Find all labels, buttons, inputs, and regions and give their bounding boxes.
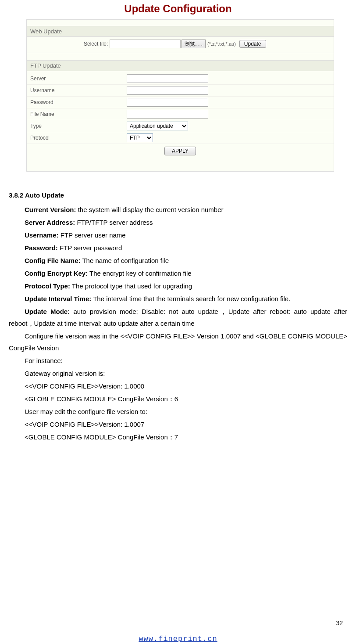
file-hint: (*.z,*.txt,*.au) xyxy=(207,41,236,47)
uit-text: The interval time that the terminals sea… xyxy=(91,295,290,302)
edit-header: User may edit the configure file version… xyxy=(9,406,347,417)
pw-text: FTP server password xyxy=(58,244,122,252)
footer-link[interactable]: www.fineprint.cn xyxy=(0,635,356,643)
username-input[interactable] xyxy=(127,86,208,95)
cek-label: Config Encrypt Key: xyxy=(25,270,88,277)
update-button[interactable]: Update xyxy=(239,40,266,48)
password-row: Password xyxy=(27,96,334,108)
username-row: Username xyxy=(27,84,334,96)
pt-label: Protocol Type: xyxy=(25,282,70,290)
section-heading: 3.8.2 Auto Update xyxy=(9,189,347,201)
sa-text: FTP/TFTP server address xyxy=(75,219,153,226)
server-row: Server xyxy=(27,73,334,84)
filename-label: File Name xyxy=(30,111,127,117)
edit1: <<VOIP CONFIG FILE>>Version: 1.0007 xyxy=(9,418,347,430)
cek-text: The encrypt key of confirmation file xyxy=(88,270,192,277)
username-label: Username xyxy=(30,87,127,94)
type-row: Type Application update xyxy=(27,120,334,132)
server-label: Server xyxy=(30,76,127,82)
type-label: Type xyxy=(30,123,127,129)
cfn-label: Config File Name: xyxy=(25,257,81,264)
ftp-update-body: Server Username Password File Name Type … xyxy=(27,71,334,158)
page-title: Update Configuration xyxy=(0,3,356,15)
page-number: 32 xyxy=(336,619,343,626)
select-file-label: Select file: xyxy=(84,41,108,47)
browse-button[interactable]: 浏览. . . xyxy=(182,40,206,48)
pt-text: The protocol type that used for upgradin… xyxy=(70,282,192,290)
filename-input[interactable] xyxy=(127,110,208,119)
conf-line: Configure file version was in the <<VOIP… xyxy=(9,330,347,354)
update-config-panel: Web Update Select file: 浏览. . . (*.z,*.t… xyxy=(26,19,334,172)
cv-text: the system will display the current vers… xyxy=(76,206,224,213)
orig-header: Gateway original version is: xyxy=(9,367,347,379)
um-label: Update Mode: xyxy=(25,308,70,315)
cv-label: Current Version: xyxy=(25,206,76,213)
un-text: FTP server user name xyxy=(59,231,126,239)
uit-label: Update Interval Time: xyxy=(25,295,91,302)
web-update-row: Select file: 浏览. . . (*.z,*.txt,*.au) Up… xyxy=(27,37,334,53)
orig1: <<VOIP CONFIG FILE>>Version: 1.0000 xyxy=(9,380,347,392)
cfn-text: The name of configuration file xyxy=(81,257,169,264)
web-update-header: Web Update xyxy=(27,26,334,37)
apply-button[interactable]: APPLY xyxy=(164,147,196,155)
orig2: <GLOBLE CONFIG MODULE> CongFile Version：… xyxy=(9,393,347,405)
server-input[interactable] xyxy=(127,74,208,83)
filename-row: File Name xyxy=(27,108,334,120)
un-label: Username: xyxy=(25,231,59,239)
ftp-update-header: FTP Update xyxy=(27,60,334,71)
for-instance: For instance: xyxy=(9,355,347,367)
pw-label: Password: xyxy=(25,244,58,252)
password-label: Password xyxy=(30,99,127,105)
type-select[interactable]: Application update xyxy=(127,122,188,130)
edit2: <GLOBLE CONFIG MODULE> CongFile Version：… xyxy=(9,431,347,443)
sa-label: Server Address: xyxy=(25,219,75,226)
password-input[interactable] xyxy=(127,98,208,107)
doc-body: 3.8.2 Auto Update Current Version: the s… xyxy=(9,189,347,443)
protocol-row: Protocol FTP xyxy=(27,132,334,144)
file-path-input[interactable] xyxy=(110,40,181,48)
protocol-select[interactable]: FTP xyxy=(127,133,153,142)
protocol-label: Protocol xyxy=(30,135,127,141)
